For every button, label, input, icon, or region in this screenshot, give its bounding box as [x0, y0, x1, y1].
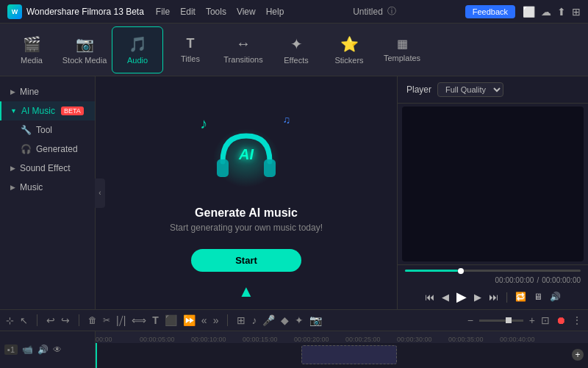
sidebar-collapse-button[interactable]: ‹ [95, 178, 105, 208]
text-icon[interactable]: T [152, 314, 159, 326]
crop-icon[interactable]: ⊞ [237, 314, 245, 326]
zoom-out-icon[interactable]: − [467, 314, 473, 326]
sidebar-item-mine[interactable]: ▶ Mine [0, 82, 95, 101]
zoom-in-icon[interactable]: + [529, 314, 535, 326]
stretch-icon[interactable]: ⟺ [132, 314, 146, 326]
redo-icon[interactable]: ↪ [61, 314, 70, 326]
tool-audio[interactable]: 🎵 Audio [112, 26, 163, 73]
svg-rect-2 [264, 159, 276, 177]
fit-timeline-icon[interactable]: ⊡ [541, 314, 550, 326]
tool-stock-media[interactable]: 📷 Stock Media [59, 26, 110, 73]
keyframe-icon[interactable]: ◆ [281, 314, 289, 326]
effects-label: Effects [284, 56, 308, 65]
mine-arrow: ▶ [10, 88, 15, 95]
time-sep: / [537, 276, 539, 284]
feedback-button[interactable]: Feedback [465, 5, 515, 18]
undo-icon[interactable]: ↩ [46, 314, 55, 326]
select-tool-icon[interactable]: ⊹ [6, 315, 14, 326]
sidebar-item-generated[interactable]: 🎧 Generated [0, 140, 95, 159]
skip-forward-icon[interactable]: ⏭ [489, 292, 498, 303]
delete-icon[interactable]: 🗑 [88, 315, 97, 325]
track-audio-icon[interactable]: 🔊 [37, 344, 49, 355]
menu-view[interactable]: View [237, 7, 256, 17]
sound-label: Sound Effect [20, 163, 71, 173]
skip-back-icon[interactable]: ⏮ [425, 292, 434, 303]
generated-icon: 🎧 [21, 144, 32, 154]
titles-icon: T [187, 36, 195, 51]
generated-label: Generated [36, 144, 78, 154]
monitor-icon[interactable]: ⬜ [523, 6, 535, 18]
ai-music-content: AI ♪ ♫ Generate AI music Start generatin… [96, 76, 397, 309]
stock-label: Stock Media [62, 56, 107, 65]
start-button[interactable]: Start [191, 249, 301, 272]
note-right: ♫ [282, 114, 290, 126]
sidebar-item-tool[interactable]: 🔧 Tool [0, 120, 95, 140]
svg-rect-1 [217, 159, 229, 177]
start-btn-container: Start ▲ [191, 246, 301, 272]
project-title: Untitled [353, 7, 383, 17]
share-icon[interactable]: ⬆ [557, 6, 566, 18]
monitor-icon-ctrl[interactable]: 🖥 [534, 292, 542, 302]
snapshot-icon[interactable]: 📷 [309, 314, 322, 326]
divider-ctrl: | [506, 291, 509, 303]
templates-icon: ▦ [397, 37, 408, 51]
app-name: Wondershare Filmora 13 Beta [26, 7, 144, 17]
player-header: Player Full Quality 1/2 Quality 1/4 Qual… [398, 76, 588, 104]
tool-effects[interactable]: ✦ Effects [270, 26, 322, 73]
ai-text-block: Generate AI music Start generating your … [170, 206, 323, 233]
ruler-3: 00:00:15:00 [243, 336, 278, 343]
titlebar-right: Feedback ⬜ ☁ ⬆ ⊞ [465, 5, 581, 18]
track-eye-icon[interactable]: 👁 [53, 344, 62, 355]
tool-stickers[interactable]: ⭐ Stickers [323, 26, 375, 73]
menu-help[interactable]: Help [266, 7, 284, 17]
add-track-button[interactable]: + [572, 349, 584, 361]
titles-label: Titles [181, 54, 200, 63]
info-icon: ⓘ [387, 5, 396, 18]
app-logo: W Wondershare Filmora 13 Beta [7, 4, 144, 19]
grid-icon[interactable]: ⊞ [572, 6, 581, 18]
beta-badge: BETA [61, 107, 84, 115]
timeline-area: ▪1 📹 🔊 👁 00:00 00:00:05:00 00:00:10:00 0… [0, 331, 588, 368]
video-clip-placeholder[interactable] [301, 345, 397, 364]
cut-icon[interactable]: ✂ [103, 315, 110, 325]
arrow-nav-left[interactable]: « [201, 314, 207, 326]
color-icon[interactable]: ⬛ [165, 314, 177, 326]
bottom-toolbar: ⊹ ↖ ↩ ↪ 🗑 ✂ |⧸| ⟺ T ⬛ ⏩ « » ⊞ ♪ 🎤 ◆ ✦ 📷 … [0, 309, 588, 331]
tool-templates[interactable]: ▦ Templates [376, 26, 428, 73]
quality-select[interactable]: Full Quality 1/2 Quality 1/4 Quality [437, 82, 503, 97]
play-button[interactable]: ▶ [456, 289, 467, 305]
menu-file[interactable]: File [156, 7, 170, 17]
playhead [96, 343, 97, 368]
tool-titles[interactable]: T Titles [165, 26, 216, 73]
tool-transitions[interactable]: ↔ Transitions [218, 26, 269, 73]
menu-edit[interactable]: Edit [180, 7, 196, 17]
voiceover-icon[interactable]: 🎤 [262, 314, 275, 326]
ai-music-title: Generate AI music [170, 206, 323, 220]
window-controls: ⬜ ☁ ⬆ ⊞ [523, 6, 581, 18]
menu-tools[interactable]: Tools [206, 7, 226, 17]
progress-bar[interactable] [405, 270, 581, 272]
audio-icon: 🎵 [129, 35, 147, 53]
cloud-icon[interactable]: ☁ [541, 6, 551, 18]
arrow-nav-right[interactable]: » [213, 314, 219, 326]
audio-detach-icon[interactable]: ♪ [251, 314, 257, 326]
split-icon[interactable]: |⧸| [116, 314, 126, 327]
sidebar-item-sound-effect[interactable]: ▶ Sound Effect [0, 159, 95, 178]
ai-effects-icon[interactable]: ✦ [295, 314, 304, 326]
sidebar-item-music[interactable]: ▶ Music [0, 178, 95, 197]
frame-forward-icon[interactable]: ▶ [474, 292, 481, 303]
loop-icon[interactable]: 🔁 [515, 292, 526, 302]
sidebar-item-ai-music[interactable]: ▼ AI Music BETA [0, 101, 95, 120]
time-current: 00:00:00:00 [495, 276, 534, 284]
main-toolbar: 🎬 Media 📷 Stock Media 🎵 Audio T Titles ↔… [0, 24, 588, 76]
record-icon[interactable]: ⏺ [556, 314, 566, 326]
volume-icon[interactable]: 🔊 [550, 292, 561, 302]
pointer-icon[interactable]: ↖ [20, 315, 28, 326]
speed-icon[interactable]: ⏩ [183, 314, 196, 326]
more-options-icon[interactable]: ⋮ [572, 314, 582, 326]
zoom-slider[interactable] [479, 320, 523, 322]
stock-icon: 📷 [76, 35, 94, 53]
frame-back-icon[interactable]: ◀ [442, 292, 449, 303]
ai-music-arrow: ▼ [10, 107, 17, 115]
tool-media[interactable]: 🎬 Media [6, 26, 57, 73]
